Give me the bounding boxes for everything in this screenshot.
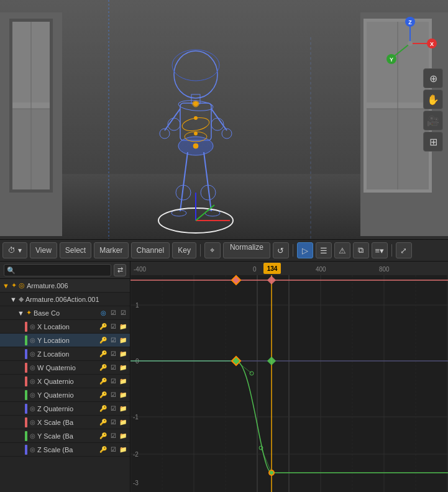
color-bar bbox=[25, 349, 27, 359]
warning-button[interactable]: ⚠ bbox=[334, 242, 350, 258]
cursor-mode[interactable]: ⌖ bbox=[204, 242, 221, 258]
svg-text:800: 800 bbox=[379, 266, 390, 273]
grid-tool[interactable]: ⊞ bbox=[423, 132, 443, 152]
channel-y-location[interactable]: ◎ Y Location 🔑 ☑ 📁 bbox=[0, 334, 130, 347]
folder-icon: 📁 bbox=[119, 350, 127, 358]
svg-point-40 bbox=[194, 132, 198, 135]
channel-list: ⇄ ▼ ✦ ◎ Armature.006 ▼ ◆ Armature.006Act… bbox=[0, 262, 130, 492]
mode-label: ▾ bbox=[18, 246, 22, 255]
z-scale-label: Z Scale (Ba bbox=[37, 446, 99, 453]
svg-text:1: 1 bbox=[135, 302, 139, 309]
filter2-button[interactable]: ≡▾ bbox=[372, 242, 388, 258]
3d-viewport[interactable]: Z X Y ⊕ ✋ 🎥 ⊞ bbox=[0, 0, 448, 239]
bone-icon: ✦ bbox=[11, 281, 17, 289]
eye-icon: ◎ bbox=[30, 378, 35, 385]
color-bar bbox=[25, 431, 27, 441]
check-icon: ☑ bbox=[109, 445, 117, 454]
channel-armature[interactable]: ▼ ✦ ◎ Armature.006 bbox=[0, 279, 130, 293]
search-input[interactable] bbox=[4, 264, 111, 276]
svg-point-41 bbox=[193, 144, 198, 148]
triangle-icon: ▼ bbox=[10, 296, 17, 303]
viewport-tools: ⊕ ✋ 🎥 ⊞ bbox=[423, 68, 443, 152]
svg-text:400: 400 bbox=[316, 266, 326, 273]
eye-icon: ◎ bbox=[30, 432, 35, 439]
x-scale-label: X Scale (Ba bbox=[37, 419, 99, 426]
key-icon: 🔑 bbox=[99, 418, 107, 427]
folder-icon: 📁 bbox=[119, 336, 127, 345]
svg-text:-400: -400 bbox=[134, 266, 146, 273]
pin-button[interactable]: ⧉ bbox=[353, 242, 369, 258]
channel-y-scale[interactable]: ◎ Y Scale (Ba 🔑 ☑ 📁 bbox=[0, 429, 130, 443]
folder-icon: 📁 bbox=[119, 445, 127, 454]
filter-button[interactable]: ▷ bbox=[297, 242, 313, 258]
eye-icon: ◎ bbox=[30, 350, 35, 357]
svg-text:-2: -2 bbox=[133, 451, 139, 458]
key-menu[interactable]: Key bbox=[172, 242, 196, 258]
channel-x-location[interactable]: ◎ X Location 🔑 ☑ 📁 bbox=[0, 320, 130, 334]
channel-action[interactable]: ▼ ◆ Armature.006Action.001 bbox=[0, 293, 130, 306]
svg-rect-78 bbox=[130, 262, 448, 275]
view-menu[interactable]: View bbox=[30, 242, 57, 258]
camera-tool[interactable]: 🎥 bbox=[423, 111, 443, 130]
channel-menu[interactable]: Channel bbox=[131, 242, 170, 258]
color-bar bbox=[25, 376, 27, 386]
svg-text:X: X bbox=[430, 41, 434, 47]
color-bar bbox=[25, 445, 27, 455]
channel-x-scale[interactable]: ◎ X Scale (Ba 🔑 ☑ 📁 bbox=[0, 416, 130, 429]
color-bar bbox=[25, 335, 27, 345]
search-bar: ⇄ bbox=[0, 262, 130, 279]
base-label: Base Co bbox=[34, 309, 99, 317]
folder-icon: 📁 bbox=[119, 418, 127, 427]
channel-z-location[interactable]: ◎ Z Location 🔑 ☑ 📁 bbox=[0, 347, 130, 361]
channel-base[interactable]: ▼ ✦ Base Co ◎ ☑ ☑ bbox=[0, 306, 130, 320]
diamond-icon: ◆ bbox=[19, 295, 24, 303]
select-menu[interactable]: Select bbox=[60, 242, 91, 258]
y-location-label: Y Location bbox=[37, 337, 99, 344]
check-icon: ☑ bbox=[109, 418, 117, 427]
w-quaternion-label: W Quaternio bbox=[37, 364, 99, 371]
full-editor-button[interactable]: ⤢ bbox=[396, 242, 412, 258]
folder-icon: 📁 bbox=[119, 377, 127, 386]
armature-label: Armature.006 bbox=[27, 282, 127, 289]
svg-text:0: 0 bbox=[253, 266, 257, 273]
folder-icon: 📁 bbox=[119, 404, 127, 413]
marker-menu[interactable]: Marker bbox=[94, 242, 128, 258]
channel-x-quaternion[interactable]: ◎ X Quaternio 🔑 ☑ 📁 bbox=[0, 375, 130, 388]
summary-button[interactable]: ☰ bbox=[316, 242, 332, 258]
graph-canvas[interactable]: -400 0 400 800 1 0 -1 -2 -3 134 bbox=[130, 262, 448, 492]
color-bar bbox=[25, 404, 27, 414]
search-swap[interactable]: ⇄ bbox=[114, 264, 126, 276]
folder-icon: 📁 bbox=[119, 322, 127, 331]
svg-point-39 bbox=[194, 116, 198, 120]
eye-icon: ◎ bbox=[30, 405, 35, 412]
check-icon: ☑ bbox=[109, 322, 117, 331]
separator-2 bbox=[293, 244, 293, 257]
eye-icon: ◎ bbox=[30, 391, 35, 398]
channel-z-scale[interactable]: ◎ Z Scale (Ba 🔑 ☑ 📁 bbox=[0, 443, 130, 457]
graph-editor: ⇄ ▼ ✦ ◎ Armature.006 ▼ ◆ Armature.006Act… bbox=[0, 262, 448, 492]
svg-point-38 bbox=[193, 101, 198, 106]
eye-icon: ◎ bbox=[30, 419, 35, 426]
graph-editor-header: ⏱ ▾ View Select Marker Channel Key ⌖ Nor… bbox=[0, 239, 448, 262]
key-icon: 🔑 bbox=[99, 432, 107, 440]
channel-y-quaternion[interactable]: ◎ Y Quaternio 🔑 ☑ 📁 bbox=[0, 388, 130, 402]
key-icon: 🔑 bbox=[99, 363, 107, 372]
refresh-button[interactable]: ↺ bbox=[273, 242, 289, 258]
color-bar bbox=[25, 363, 27, 373]
key-icon: 🔑 bbox=[99, 350, 107, 358]
bone-icon: ✦ bbox=[26, 309, 32, 317]
x-quaternion-label: X Quaternio bbox=[37, 378, 99, 385]
zoom-tool[interactable]: ⊕ bbox=[423, 68, 443, 88]
mode-selector[interactable]: ⏱ ▾ bbox=[2, 242, 27, 258]
channel-w-quaternion[interactable]: ◎ W Quaternio 🔑 ☑ 📁 bbox=[0, 361, 130, 375]
check-icon: ☑ bbox=[109, 350, 117, 358]
pan-tool[interactable]: ✋ bbox=[423, 89, 443, 109]
eye-icon: ◎ bbox=[30, 337, 35, 344]
svg-text:-1: -1 bbox=[133, 414, 139, 421]
check-icon: ☑ bbox=[109, 336, 117, 345]
channel-z-quaternion[interactable]: ◎ Z Quaternio 🔑 ☑ 📁 bbox=[0, 402, 130, 416]
triangle-icon: ▼ bbox=[2, 282, 9, 289]
key-icon: 🔑 bbox=[99, 336, 107, 345]
normalize-button[interactable]: Normalize bbox=[223, 242, 270, 258]
folder-icon: 📁 bbox=[119, 432, 127, 440]
